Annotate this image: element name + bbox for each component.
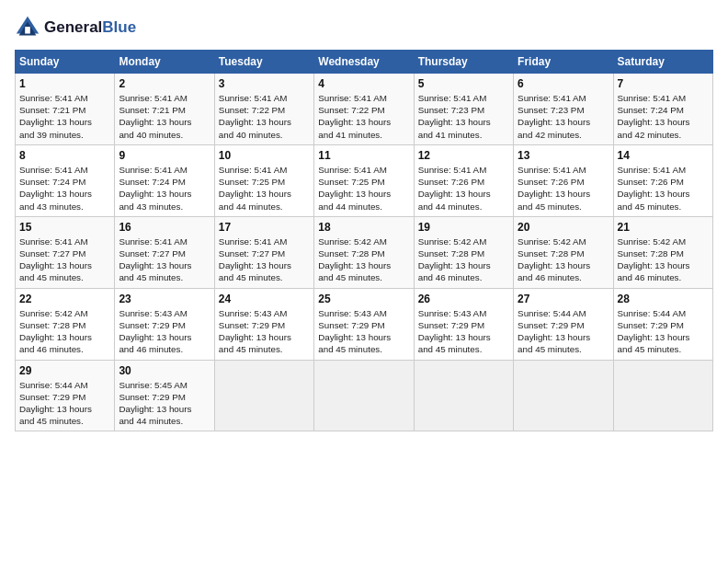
col-thursday: Thursday: [414, 51, 513, 74]
day-info: Sunrise: 5:43 AM Sunset: 7:29 PM Dayligh…: [219, 307, 310, 356]
day-number: 1: [19, 77, 110, 90]
day-number: 18: [318, 221, 409, 234]
calendar-cell: 9Sunrise: 5:41 AM Sunset: 7:24 PM Daylig…: [115, 144, 214, 216]
col-tuesday: Tuesday: [214, 51, 313, 74]
day-number: 28: [618, 293, 709, 305]
calendar-week-1: 1Sunrise: 5:41 AM Sunset: 7:21 PM Daylig…: [16, 74, 713, 145]
calendar-cell: [514, 360, 613, 431]
day-info: Sunrise: 5:43 AM Sunset: 7:29 PM Dayligh…: [318, 307, 409, 356]
day-info: Sunrise: 5:43 AM Sunset: 7:29 PM Dayligh…: [119, 307, 210, 356]
calendar-cell: 10Sunrise: 5:41 AM Sunset: 7:25 PM Dayli…: [214, 144, 313, 216]
day-number: 15: [19, 221, 110, 234]
day-number: 8: [19, 149, 110, 162]
day-number: 9: [119, 149, 210, 162]
calendar-cell: [214, 360, 313, 431]
day-number: 16: [119, 221, 210, 234]
col-wednesday: Wednesday: [314, 51, 414, 74]
day-number: 30: [119, 364, 210, 377]
calendar-cell: [613, 360, 712, 431]
calendar-cell: 30Sunrise: 5:45 AM Sunset: 7:29 PM Dayli…: [115, 360, 214, 431]
calendar-week-2: 8Sunrise: 5:41 AM Sunset: 7:24 PM Daylig…: [16, 144, 713, 216]
col-monday: Monday: [115, 51, 214, 74]
calendar-cell: 15Sunrise: 5:41 AM Sunset: 7:27 PM Dayli…: [16, 216, 115, 288]
day-info: Sunrise: 5:41 AM Sunset: 7:26 PM Dayligh…: [618, 164, 709, 213]
calendar-cell: [414, 360, 513, 431]
col-saturday: Saturday: [613, 51, 712, 74]
day-number: 13: [518, 149, 609, 162]
day-number: 27: [518, 293, 609, 305]
day-info: Sunrise: 5:42 AM Sunset: 7:28 PM Dayligh…: [418, 236, 509, 284]
calendar-cell: 7Sunrise: 5:41 AM Sunset: 7:24 PM Daylig…: [613, 74, 712, 145]
day-number: 24: [219, 293, 310, 305]
day-info: Sunrise: 5:41 AM Sunset: 7:21 PM Dayligh…: [19, 92, 110, 141]
day-number: 26: [418, 293, 509, 305]
logo-icon: [15, 15, 40, 40]
calendar-cell: 22Sunrise: 5:42 AM Sunset: 7:28 PM Dayli…: [16, 288, 115, 360]
calendar-cell: 21Sunrise: 5:42 AM Sunset: 7:28 PM Dayli…: [613, 216, 712, 288]
day-info: Sunrise: 5:41 AM Sunset: 7:26 PM Dayligh…: [418, 164, 509, 213]
calendar-cell: 4Sunrise: 5:41 AM Sunset: 7:22 PM Daylig…: [314, 74, 414, 145]
calendar-cell: 23Sunrise: 5:43 AM Sunset: 7:29 PM Dayli…: [115, 288, 214, 360]
calendar-table: Sunday Monday Tuesday Wednesday Thursday…: [15, 50, 713, 431]
calendar-cell: 1Sunrise: 5:41 AM Sunset: 7:21 PM Daylig…: [16, 74, 115, 145]
calendar-cell: 18Sunrise: 5:42 AM Sunset: 7:28 PM Dayli…: [314, 216, 414, 288]
day-number: 6: [518, 77, 609, 90]
header-row: Sunday Monday Tuesday Wednesday Thursday…: [16, 51, 713, 74]
day-info: Sunrise: 5:41 AM Sunset: 7:25 PM Dayligh…: [219, 164, 310, 213]
calendar-cell: 27Sunrise: 5:44 AM Sunset: 7:29 PM Dayli…: [514, 288, 613, 360]
day-number: 29: [19, 364, 110, 377]
calendar-week-4: 22Sunrise: 5:42 AM Sunset: 7:28 PM Dayli…: [16, 288, 713, 360]
calendar-cell: 2Sunrise: 5:41 AM Sunset: 7:21 PM Daylig…: [115, 74, 214, 145]
day-number: 19: [418, 221, 509, 234]
day-info: Sunrise: 5:44 AM Sunset: 7:29 PM Dayligh…: [19, 379, 110, 428]
day-info: Sunrise: 5:42 AM Sunset: 7:28 PM Dayligh…: [618, 236, 709, 284]
logo: GeneralBlue: [15, 15, 136, 40]
day-info: Sunrise: 5:42 AM Sunset: 7:28 PM Dayligh…: [19, 307, 110, 356]
day-info: Sunrise: 5:41 AM Sunset: 7:22 PM Dayligh…: [219, 92, 310, 141]
day-info: Sunrise: 5:42 AM Sunset: 7:28 PM Dayligh…: [318, 236, 409, 284]
calendar-cell: 3Sunrise: 5:41 AM Sunset: 7:22 PM Daylig…: [214, 74, 313, 145]
day-info: Sunrise: 5:41 AM Sunset: 7:24 PM Dayligh…: [19, 164, 110, 213]
day-info: Sunrise: 5:41 AM Sunset: 7:24 PM Dayligh…: [119, 164, 210, 213]
day-info: Sunrise: 5:45 AM Sunset: 7:29 PM Dayligh…: [119, 379, 210, 428]
calendar-cell: 26Sunrise: 5:43 AM Sunset: 7:29 PM Dayli…: [414, 288, 513, 360]
calendar-cell: 8Sunrise: 5:41 AM Sunset: 7:24 PM Daylig…: [16, 144, 115, 216]
calendar-cell: 29Sunrise: 5:44 AM Sunset: 7:29 PM Dayli…: [16, 360, 115, 431]
calendar-cell: [314, 360, 414, 431]
calendar-cell: 13Sunrise: 5:41 AM Sunset: 7:26 PM Dayli…: [514, 144, 613, 216]
page-container: GeneralBlue Sunday Monday Tuesday Wednes…: [0, 0, 728, 441]
calendar-week-5: 29Sunrise: 5:44 AM Sunset: 7:29 PM Dayli…: [16, 360, 713, 431]
day-number: 10: [219, 149, 310, 162]
calendar-cell: 20Sunrise: 5:42 AM Sunset: 7:28 PM Dayli…: [514, 216, 613, 288]
day-number: 7: [618, 77, 709, 90]
calendar-cell: 11Sunrise: 5:41 AM Sunset: 7:25 PM Dayli…: [314, 144, 414, 216]
logo-text: GeneralBlue: [44, 18, 136, 37]
day-number: 2: [119, 77, 210, 90]
day-info: Sunrise: 5:41 AM Sunset: 7:24 PM Dayligh…: [618, 92, 709, 141]
calendar-cell: 28Sunrise: 5:44 AM Sunset: 7:29 PM Dayli…: [613, 288, 712, 360]
day-info: Sunrise: 5:41 AM Sunset: 7:25 PM Dayligh…: [318, 164, 409, 213]
day-number: 4: [318, 77, 409, 90]
day-info: Sunrise: 5:42 AM Sunset: 7:28 PM Dayligh…: [518, 236, 609, 284]
day-info: Sunrise: 5:41 AM Sunset: 7:26 PM Dayligh…: [518, 164, 609, 213]
day-info: Sunrise: 5:43 AM Sunset: 7:29 PM Dayligh…: [418, 307, 509, 356]
day-number: 21: [618, 221, 709, 234]
day-info: Sunrise: 5:44 AM Sunset: 7:29 PM Dayligh…: [518, 307, 609, 356]
calendar-week-3: 15Sunrise: 5:41 AM Sunset: 7:27 PM Dayli…: [16, 216, 713, 288]
calendar-cell: 12Sunrise: 5:41 AM Sunset: 7:26 PM Dayli…: [414, 144, 513, 216]
calendar-cell: 16Sunrise: 5:41 AM Sunset: 7:27 PM Dayli…: [115, 216, 214, 288]
calendar-cell: 24Sunrise: 5:43 AM Sunset: 7:29 PM Dayli…: [214, 288, 313, 360]
header: GeneralBlue: [15, 15, 713, 40]
calendar-cell: 5Sunrise: 5:41 AM Sunset: 7:23 PM Daylig…: [414, 74, 513, 145]
day-number: 12: [418, 149, 509, 162]
day-number: 25: [318, 293, 409, 305]
day-info: Sunrise: 5:41 AM Sunset: 7:21 PM Dayligh…: [119, 92, 210, 141]
day-number: 11: [318, 149, 409, 162]
calendar-cell: 17Sunrise: 5:41 AM Sunset: 7:27 PM Dayli…: [214, 216, 313, 288]
day-number: 14: [618, 149, 709, 162]
calendar-cell: 6Sunrise: 5:41 AM Sunset: 7:23 PM Daylig…: [514, 74, 613, 145]
day-info: Sunrise: 5:44 AM Sunset: 7:29 PM Dayligh…: [618, 307, 709, 356]
col-friday: Friday: [514, 51, 613, 74]
col-sunday: Sunday: [16, 51, 115, 74]
calendar-cell: 25Sunrise: 5:43 AM Sunset: 7:29 PM Dayli…: [314, 288, 414, 360]
